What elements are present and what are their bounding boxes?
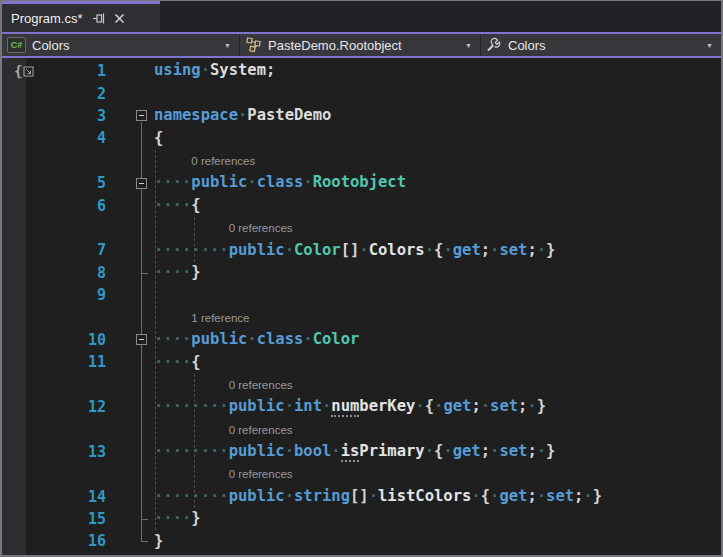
indent-guide (155, 150, 156, 531)
code-token: string (294, 487, 350, 505)
codelens-references[interactable]: 0 references (154, 469, 293, 481)
code-line: 5····public·class·Rootobject (26, 172, 721, 194)
line-number: 13 (26, 443, 106, 461)
fold-margin[interactable] (106, 60, 154, 82)
codelens-row: 0 references (26, 463, 721, 485)
fold-margin[interactable] (106, 306, 154, 328)
code-token: ; (527, 241, 536, 259)
code-token: set (499, 442, 527, 460)
code-line: 1using·System; (26, 60, 721, 82)
code-token: num (331, 397, 359, 417)
code-token: public (229, 487, 285, 505)
whitespace-dots: · (303, 173, 312, 191)
fold-margin[interactable] (106, 485, 154, 507)
whitespace-dots: · (285, 487, 294, 505)
indicator-margin[interactable] (2, 58, 26, 555)
codelens-references[interactable]: 0 references (154, 156, 255, 168)
fold-margin[interactable] (106, 418, 154, 440)
code-token: Color (313, 330, 360, 348)
member-dropdown[interactable]: Colors ▼ (481, 34, 721, 56)
code-token: } (191, 509, 200, 527)
code-token: ; (266, 61, 275, 79)
outline-end-tick (141, 519, 148, 520)
code-line: 3namespace·PasteDemo (26, 105, 721, 127)
chevron-down-icon: ▼ (224, 42, 231, 49)
code-token: set (490, 397, 518, 415)
whitespace-dots: · (303, 330, 312, 348)
fold-margin[interactable] (106, 172, 154, 194)
code-token: Primary (359, 442, 424, 460)
fold-collapse-button[interactable] (136, 178, 147, 189)
code-line: 2 (26, 82, 721, 104)
code-editor[interactable]: { 1using·System;23namespace·PasteDemo4{0… (2, 58, 721, 555)
codelens-references[interactable]: 0 references (154, 223, 293, 235)
line-number: 8 (26, 264, 106, 282)
line-number: 12 (26, 398, 106, 416)
fold-margin[interactable] (106, 150, 154, 172)
whitespace-dots: · (331, 442, 340, 460)
fold-margin[interactable] (106, 239, 154, 261)
fold-margin[interactable] (106, 217, 154, 239)
code-token: Color (294, 241, 341, 259)
indent-guide (194, 217, 195, 262)
whitespace-dots: · (285, 442, 294, 460)
whitespace-dots: ···· (154, 353, 191, 371)
line-number: 10 (26, 331, 106, 349)
code-token: bool (294, 442, 331, 460)
csharp-project-icon: C# (7, 37, 26, 53)
code-rows: 1using·System;23namespace·PasteDemo4{0 r… (26, 60, 721, 553)
fold-margin[interactable] (106, 329, 154, 351)
code-line: 10····public·class·Color (26, 329, 721, 351)
code-token: using (154, 61, 201, 79)
whitespace-dots: · (583, 487, 592, 505)
outline-end-tick (141, 541, 148, 542)
chevron-down-icon: ▼ (706, 42, 713, 49)
code-line: 15····} (26, 508, 721, 530)
whitespace-dots: · (359, 241, 368, 259)
code-token: get (443, 397, 471, 415)
fold-margin[interactable] (106, 82, 154, 104)
fold-margin[interactable] (106, 441, 154, 463)
code-line: 14········public·string[]·listColors·{·g… (26, 485, 721, 507)
code-token: ; (471, 397, 480, 415)
codelens-references[interactable]: 1 reference (154, 313, 250, 325)
code-token: PasteDemo (247, 106, 331, 124)
code-token: ; (527, 442, 536, 460)
pin-icon[interactable] (92, 12, 105, 25)
fold-collapse-button[interactable] (136, 110, 147, 121)
fold-margin[interactable] (106, 127, 154, 149)
tab-program-cs[interactable]: Program.cs* (2, 1, 160, 32)
code-token: } (154, 532, 163, 550)
type-dropdown[interactable]: PasteDemo.Rootobject ▼ (240, 34, 481, 56)
fold-collapse-button[interactable] (136, 334, 147, 345)
code-token: } (537, 397, 546, 415)
code-token: namespace (154, 106, 238, 124)
line-number: 3 (26, 107, 106, 125)
fold-margin[interactable] (106, 105, 154, 127)
whitespace-dots: · (481, 397, 490, 415)
code-token: } (546, 442, 555, 460)
fold-margin[interactable] (106, 373, 154, 395)
whitespace-dots: · (285, 241, 294, 259)
codelens-references[interactable]: 0 references (154, 380, 293, 392)
codelens-references[interactable]: 0 references (154, 425, 293, 437)
code-token: class (257, 173, 304, 191)
close-icon[interactable] (114, 13, 125, 24)
member-dropdown-label: Colors (508, 38, 546, 53)
whitespace-dots: · (443, 442, 452, 460)
project-dropdown[interactable]: C# Colors ▼ (2, 34, 240, 56)
fold-margin[interactable] (106, 284, 154, 306)
wrench-icon (486, 37, 502, 53)
fold-margin[interactable] (106, 396, 154, 418)
fold-margin[interactable] (106, 351, 154, 373)
whitespace-dots: ········ (154, 487, 229, 505)
fold-margin[interactable] (106, 194, 154, 216)
line-number: 16 (26, 532, 106, 550)
code-token: is (341, 442, 360, 462)
fold-margin[interactable] (106, 463, 154, 485)
code-token: get (453, 442, 481, 460)
whitespace-dots: · (537, 241, 546, 259)
code-line: 7········public·Color[]·Colors·{·get;·se… (26, 239, 721, 261)
whitespace-dots: · (425, 241, 434, 259)
whitespace-dots: ···· (154, 173, 191, 191)
